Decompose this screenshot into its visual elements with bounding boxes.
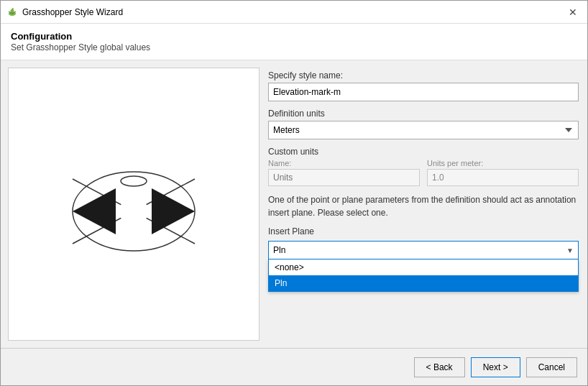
header-section: Configuration Set Grasshopper Style glob… [1,24,587,60]
dropdown-option-none[interactable]: <none> [269,259,578,275]
definition-units-group: Definition units Meters Feet Inches Cent… [268,109,579,139]
cancel-button[interactable]: Cancel [526,357,577,377]
dropdown-selected-value: Pln [273,245,285,255]
svg-point-3 [11,9,14,12]
dropdown-trigger[interactable]: Pln ▼ [268,241,579,259]
insert-plane-group: Insert Plane Pln ▼ <none> Pln [268,226,579,259]
grasshopper-icon [6,6,18,18]
custom-upm-label: Units per meter: [427,159,579,167]
form-panel: Specify style name: Definition units Met… [267,68,580,341]
back-button[interactable]: < Back [414,357,465,377]
title-bar: Grasshopper Style Wizard ✕ [1,1,587,24]
title-bar-left: Grasshopper Style Wizard [6,6,123,18]
dropdown-option-pln[interactable]: Pln [269,275,578,291]
dropdown-list: <none> Pln [268,259,579,292]
custom-name-field: Name: [268,159,420,186]
custom-units-label: Custom units [268,147,579,157]
insert-plane-dropdown[interactable]: Pln ▼ <none> Pln [268,241,579,259]
style-name-group: Specify style name: [268,70,579,101]
preview-image [55,139,213,269]
definition-units-select[interactable]: Meters Feet Inches Centimeters [268,121,579,139]
definition-units-label: Definition units [268,109,579,119]
header-title: Configuration [11,31,577,42]
style-name-label: Specify style name: [268,70,579,81]
custom-units-row: Name: Units per meter: [268,159,579,186]
custom-upm-field: Units per meter: [427,159,579,186]
main-window: Grasshopper Style Wizard ✕ Configuration… [0,0,588,386]
insert-plane-label: Insert Plane [268,226,579,236]
svg-marker-10 [152,188,195,234]
svg-marker-9 [73,188,116,234]
custom-name-input[interactable] [268,169,420,186]
chevron-down-icon: ▼ [566,247,574,254]
custom-name-label: Name: [268,159,420,167]
svg-marker-12 [116,188,152,234]
style-name-input[interactable] [268,83,579,101]
header-subtitle: Set Grasshopper Style global values [11,42,577,52]
close-button[interactable]: ✕ [564,4,582,21]
custom-units-group: Custom units Name: Units per meter: [268,147,579,186]
svg-point-11 [121,176,147,186]
footer-area: < Back Next > Cancel [1,348,587,385]
window-title: Grasshopper Style Wizard [22,7,123,17]
custom-upm-input[interactable] [427,169,579,186]
next-button[interactable]: Next > [471,357,520,377]
info-text: One of the point or plane parameters fro… [268,193,579,219]
preview-panel [8,68,259,341]
content-area: Specify style name: Definition units Met… [1,60,587,348]
